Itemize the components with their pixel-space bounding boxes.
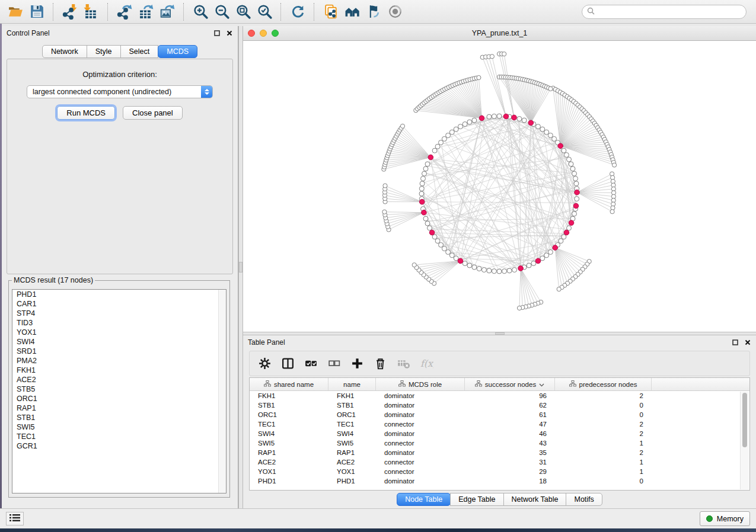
create-column-icon[interactable] xyxy=(348,354,366,373)
memory-status-icon xyxy=(706,515,713,522)
table-cell: 0 xyxy=(555,477,652,485)
splitter-grip[interactable] xyxy=(495,332,505,335)
table-row[interactable]: ACE2ACE2connector311 xyxy=(250,457,749,467)
result-node[interactable]: STB1 xyxy=(12,413,226,422)
table-row[interactable]: YOX1YOX1connector291 xyxy=(250,467,749,476)
mcds-result-title: MCDS result (17 nodes) xyxy=(12,276,95,284)
float-window-icon[interactable] xyxy=(213,30,221,37)
deselect-all-icon[interactable] xyxy=(325,354,343,373)
memory-label: Memory xyxy=(717,515,744,523)
toolbar-separator xyxy=(314,3,315,21)
table-cell: 2 xyxy=(555,449,652,456)
table-row[interactable]: TEC1TEC1connector472 xyxy=(250,419,749,429)
table-cell: SWI4 xyxy=(328,430,376,437)
delete-columns-icon[interactable] xyxy=(371,354,389,373)
close-panel-icon[interactable] xyxy=(744,339,751,346)
task-history-button[interactable] xyxy=(6,512,24,525)
tab-select[interactable]: Select xyxy=(120,45,159,58)
result-node[interactable]: PMA2 xyxy=(12,356,226,366)
zoom-fit-icon[interactable] xyxy=(232,2,254,22)
table-cell: ORC1 xyxy=(250,411,328,418)
splitter-grip[interactable] xyxy=(239,262,243,273)
open-session-icon[interactable] xyxy=(5,2,26,22)
delete-table-icon xyxy=(394,354,412,373)
table-cell: ORC1 xyxy=(328,411,376,418)
result-node[interactable]: STB5 xyxy=(12,384,226,394)
settings-icon[interactable] xyxy=(256,354,273,373)
horizontal-splitter[interactable] xyxy=(243,332,756,335)
show-graphics-details-icon[interactable] xyxy=(384,2,406,22)
hide-flags-icon[interactable] xyxy=(363,2,384,22)
refresh-icon[interactable] xyxy=(287,2,308,22)
result-node[interactable]: ACE2 xyxy=(12,375,226,384)
function-builder-icon: f(x) xyxy=(417,354,435,373)
column-header-shared-name[interactable]: shared name xyxy=(250,378,328,390)
result-node[interactable]: YOX1 xyxy=(12,328,226,337)
mcds-result-list[interactable]: PHD1CAR1STP4TID3YOX1SWI4SRD1PMA2FKH1ACE2… xyxy=(12,289,227,493)
table-cell: YOX1 xyxy=(328,468,376,475)
export-image-icon[interactable] xyxy=(157,2,178,22)
result-node[interactable]: TEC1 xyxy=(12,432,226,441)
import-network-icon[interactable] xyxy=(59,2,81,22)
scrollbar-thumb[interactable] xyxy=(742,393,747,447)
result-node[interactable]: CAR1 xyxy=(12,299,226,309)
column-header-successor-nodes[interactable]: successor nodes xyxy=(465,378,555,390)
column-header-name[interactable]: name xyxy=(328,378,376,390)
result-node[interactable]: GCR1 xyxy=(12,441,226,451)
network-overview-icon[interactable] xyxy=(342,2,363,22)
table-scrollbar[interactable] xyxy=(740,392,749,489)
vertical-splitter[interactable] xyxy=(238,26,243,508)
zoom-in-icon[interactable] xyxy=(190,2,211,22)
table-cell: 96 xyxy=(465,392,555,399)
result-node[interactable]: PHD1 xyxy=(12,290,226,299)
close-panel-icon[interactable] xyxy=(226,30,233,37)
toolbar-separator xyxy=(107,3,109,21)
close-panel-button[interactable]: Close panel xyxy=(123,106,183,120)
export-table-icon[interactable] xyxy=(135,2,157,22)
result-node[interactable]: TID3 xyxy=(12,318,226,328)
tab-edge-table[interactable]: Edge Table xyxy=(450,493,503,506)
table-row[interactable]: FKH1FKH1dominator962 xyxy=(250,391,749,400)
column-header-predecessor-nodes[interactable]: predecessor nodes xyxy=(555,378,652,390)
column-header-MCDS-role[interactable]: MCDS role xyxy=(376,378,465,390)
float-window-icon[interactable] xyxy=(732,339,739,346)
clone-network-icon[interactable] xyxy=(320,2,342,22)
tab-mcds[interactable]: MCDS xyxy=(158,45,197,58)
tab-node-table[interactable]: Node Table xyxy=(397,493,451,506)
table-row[interactable]: PHD1PHD1dominator180 xyxy=(250,476,749,486)
result-node[interactable]: FKH1 xyxy=(12,366,226,375)
zoom-out-icon[interactable] xyxy=(211,2,232,22)
network-graph[interactable] xyxy=(243,41,756,332)
table-row[interactable]: RAP1RAP1dominator352 xyxy=(250,448,749,457)
table-row[interactable]: SWI5SWI5connector431 xyxy=(250,438,749,448)
result-node[interactable]: RAP1 xyxy=(12,403,226,413)
import-table-icon[interactable] xyxy=(81,2,102,22)
table-row[interactable]: SWI4SWI4dominator462 xyxy=(250,429,749,438)
zoom-selected-icon[interactable] xyxy=(254,2,275,22)
save-session-icon[interactable] xyxy=(26,2,47,22)
select-all-icon[interactable] xyxy=(302,354,320,373)
table-row[interactable]: STB1STB1dominator620 xyxy=(250,400,749,410)
table-panel-titlebar: Table Panel xyxy=(243,335,756,350)
search-input[interactable] xyxy=(598,7,741,17)
show-columns-icon[interactable] xyxy=(279,354,296,373)
result-node[interactable]: SWI4 xyxy=(12,337,226,347)
tab-network[interactable]: Network xyxy=(42,45,87,58)
table-cell: 46 xyxy=(465,430,555,437)
run-mcds-button[interactable]: Run MCDS xyxy=(57,106,115,120)
tab-style[interactable]: Style xyxy=(87,45,121,58)
result-node[interactable]: SRD1 xyxy=(12,347,226,356)
table-cell: FKH1 xyxy=(250,392,328,399)
result-node[interactable]: ORC1 xyxy=(12,394,226,403)
result-node[interactable]: STP4 xyxy=(12,309,226,318)
memory-button[interactable]: Memory xyxy=(700,511,750,526)
table-row[interactable]: ORC1ORC1dominator610 xyxy=(250,410,749,419)
tab-network-table[interactable]: Network Table xyxy=(503,493,567,506)
tab-motifs[interactable]: Motifs xyxy=(566,493,602,506)
network-view[interactable] xyxy=(243,41,756,332)
result-node[interactable]: SWI5 xyxy=(12,422,226,432)
optimization-criterion-select[interactable]: largest connected component (undirected) xyxy=(27,85,213,98)
export-network-icon[interactable] xyxy=(114,2,135,22)
column-type-icon xyxy=(398,380,406,388)
search-box[interactable] xyxy=(582,5,747,19)
